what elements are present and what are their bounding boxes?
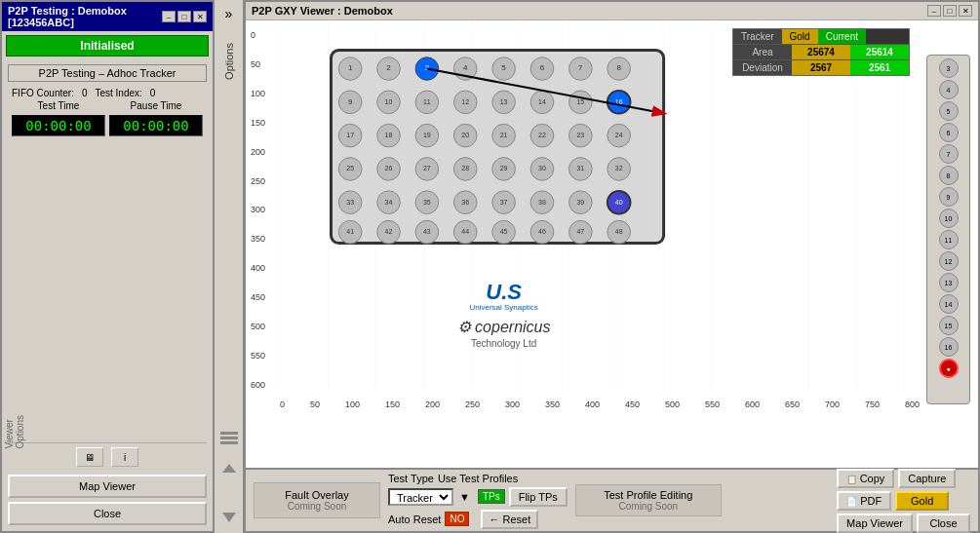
- tp-sel-dot[interactable]: 9: [939, 187, 959, 207]
- tp-sel-dot[interactable]: 5: [939, 101, 959, 121]
- tracker-info-header: Tracker Gold Current: [733, 29, 909, 44]
- svg-text:24: 24: [615, 132, 623, 138]
- svg-text:⚙ copernicus: ⚙ copernicus: [457, 319, 551, 335]
- pause-time-header: Pause Time: [109, 100, 203, 111]
- svg-text:48: 48: [615, 228, 623, 235]
- bottom-close-button[interactable]: Close: [917, 514, 970, 533]
- options-icon-2[interactable]: [222, 464, 236, 484]
- area-label: Area: [733, 44, 792, 59]
- deviation-label: Deviation: [733, 59, 792, 75]
- left-close-btn[interactable]: ✕: [193, 11, 207, 22]
- pause-time-display: 00:00:00: [109, 115, 203, 136]
- svg-text:19: 19: [423, 132, 431, 138]
- svg-text:23: 23: [576, 132, 584, 138]
- tp-sel-dot[interactable]: 7: [939, 144, 959, 164]
- reset-button[interactable]: ← Reset: [481, 510, 538, 529]
- gold-button[interactable]: Gold: [895, 491, 949, 511]
- auto-reset-label: Auto Reset: [388, 514, 441, 525]
- svg-text:35: 35: [423, 199, 431, 206]
- svg-text:20: 20: [461, 132, 469, 138]
- viewer-main: 0 50 100 150 200 250 300 350 400 450 500…: [246, 20, 978, 468]
- gxy-viewer-title: P2P GXY Viewer : Demobox: [252, 5, 393, 17]
- capture-button[interactable]: Capture: [898, 469, 956, 488]
- tp-sel-dot[interactable]: 6: [939, 123, 959, 142]
- svg-text:12: 12: [461, 98, 469, 105]
- use-test-profiles-label: Use Test Profiles: [438, 473, 518, 484]
- tp-sel-dot-red[interactable]: ●: [939, 359, 959, 378]
- right-win-buttons: – □ ✕: [927, 5, 972, 17]
- test-time-header: Test Time: [12, 100, 105, 111]
- monitor-icon[interactable]: 🖥: [76, 447, 103, 467]
- tp-sel-dot[interactable]: 13: [939, 273, 959, 292]
- right-btn-row-1: 📋 Copy Capture: [837, 469, 970, 488]
- right-close-btn[interactable]: ✕: [959, 5, 972, 17]
- tracker-row-controls: Tracker ▼ TPs Flip TPs: [388, 487, 568, 507]
- flip-tps-button[interactable]: Flip TPs: [509, 487, 568, 507]
- svg-rect-2: [220, 441, 238, 444]
- left-bottom-controls: 🖥 i Map Viewer Close: [2, 437, 213, 531]
- svg-text:33: 33: [346, 199, 354, 206]
- tracker-col-gold: Gold: [782, 29, 818, 44]
- tp-sel-dot[interactable]: 4: [939, 80, 959, 99]
- tracker-deviation-row: Deviation 2567 2561: [733, 59, 909, 75]
- copy-button[interactable]: 📋 Copy: [837, 469, 894, 488]
- svg-text:9: 9: [348, 97, 353, 106]
- tp-sel-dot[interactable]: 15: [939, 316, 959, 335]
- svg-text:31: 31: [576, 165, 584, 171]
- fifo-counter-value: 0: [82, 88, 88, 98]
- tracker-col-current: Current: [818, 29, 866, 44]
- options-label: Options: [223, 43, 235, 80]
- right-btn-row-2: 📄 PDF Gold: [837, 491, 970, 511]
- overlay-section: Fault Overlay Coming Soon: [254, 482, 380, 518]
- close-button[interactable]: Close: [8, 502, 207, 525]
- left-panel-title: P2P Testing : Demobox [123456ABC]: [8, 5, 162, 28]
- svg-text:45: 45: [500, 228, 508, 235]
- tracker-select[interactable]: Tracker: [388, 488, 453, 506]
- tp-sel-dot[interactable]: 8: [939, 166, 959, 185]
- svg-rect-1: [220, 437, 238, 439]
- svg-text:21: 21: [500, 132, 508, 138]
- test-type-label: Test Type: [388, 473, 434, 484]
- map-viewer-button[interactable]: Map Viewer: [8, 475, 207, 498]
- tracker-col-label: Tracker: [733, 29, 782, 44]
- svg-text:Technology Ltd: Technology Ltd: [471, 338, 536, 349]
- tp-sel-dot[interactable]: 12: [939, 251, 959, 271]
- tp-sel-dot[interactable]: 11: [939, 230, 959, 249]
- right-minimize-btn[interactable]: –: [927, 5, 941, 17]
- left-minimize-btn[interactable]: –: [162, 11, 176, 22]
- svg-text:27: 27: [423, 165, 431, 171]
- svg-text:7: 7: [578, 63, 583, 72]
- deviation-current-value: 2561: [850, 59, 909, 75]
- svg-rect-0: [220, 432, 238, 435]
- tps-toggle[interactable]: TPs: [478, 489, 505, 504]
- svg-marker-3: [222, 464, 236, 473]
- area-current-value: 25614: [850, 44, 909, 59]
- overlay-coming-soon: Coming Soon: [258, 501, 375, 512]
- left-title-bar: P2P Testing : Demobox [123456ABC] – □ ✕: [2, 2, 213, 31]
- svg-text:32: 32: [615, 165, 623, 171]
- tracker-area-row: Area 25674 25614: [733, 44, 909, 59]
- svg-text:42: 42: [385, 228, 393, 235]
- tp-sel-dot[interactable]: 3: [939, 58, 959, 78]
- svg-text:43: 43: [423, 228, 431, 235]
- auto-reset-row: Auto Reset NO ← Reset: [388, 510, 568, 529]
- svg-text:10: 10: [385, 98, 393, 105]
- right-maximize-btn[interactable]: □: [943, 5, 957, 17]
- svg-text:30: 30: [538, 165, 546, 171]
- left-win-buttons: – □ ✕: [162, 11, 207, 22]
- svg-text:41: 41: [346, 228, 354, 235]
- test-profile-coming-soon: Coming Soon: [584, 501, 713, 512]
- svg-text:44: 44: [461, 228, 469, 235]
- info-icon[interactable]: i: [111, 447, 138, 467]
- pdf-button[interactable]: 📄 PDF: [837, 491, 891, 511]
- tp-sel-dot[interactable]: 16: [939, 337, 959, 357]
- bottom-map-viewer-button[interactable]: Map Viewer: [837, 514, 913, 533]
- no-button[interactable]: NO: [445, 512, 469, 526]
- options-icon-1[interactable]: [220, 432, 238, 448]
- left-maximize-btn[interactable]: □: [177, 11, 191, 22]
- options-icon-arrow-down[interactable]: [222, 512, 236, 525]
- options-arrow[interactable]: »: [223, 4, 235, 23]
- tp-sel-dot[interactable]: 10: [939, 209, 959, 228]
- tp-sel-dot[interactable]: 14: [939, 294, 959, 314]
- svg-text:47: 47: [576, 228, 584, 235]
